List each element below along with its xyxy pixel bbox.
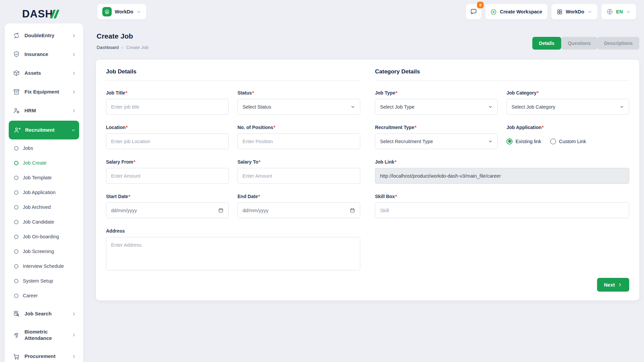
chevron-right-icon: [618, 282, 623, 287]
sidebar-subitem-system-setup[interactable]: System Setup: [8, 274, 80, 288]
sidebar-item-biometric-attendance[interactable]: Biometric Attendance: [8, 323, 80, 347]
salary-from-input[interactable]: [106, 168, 229, 184]
job-application-field-group: Job Application* Existing link Custom Li…: [506, 125, 629, 149]
category-details-section-title: Category Details: [375, 68, 629, 81]
status-field-group: Status* Select Status: [237, 90, 360, 115]
chevron-down-icon: [488, 139, 493, 144]
sidebar-subitem-job-template[interactable]: Job Template: [8, 170, 80, 185]
sidebar-item-assets[interactable]: Assets: [8, 64, 80, 82]
document-search-icon: [13, 310, 20, 317]
sidebar-subitem-job-application[interactable]: Job Application: [8, 185, 80, 200]
sidebar: DoubleEntry Insurance Assets Fix Equipme…: [5, 23, 83, 362]
address-textarea[interactable]: [106, 237, 360, 270]
bullet-circle-icon: [14, 264, 18, 268]
required-marker: *: [415, 125, 416, 130]
address-field-group: Address: [106, 228, 360, 272]
calendar-icon[interactable]: [350, 207, 355, 213]
step-tabs: Details Questions Descriptions: [532, 37, 639, 50]
sidebar-subitem-job-screening[interactable]: Job Screening: [8, 244, 80, 259]
next-button[interactable]: Next: [597, 278, 629, 292]
sidebar-item-label: Biometric Attendance: [24, 329, 67, 342]
sidebar-subitem-job-candidate[interactable]: Job Candidate: [8, 215, 80, 229]
workspace-switcher-label: WorkDo: [115, 9, 133, 14]
required-marker: *: [128, 194, 130, 199]
account-menu-button[interactable]: WorkDo: [551, 4, 597, 19]
job-category-select[interactable]: Select Job Category: [506, 99, 629, 115]
job-type-field-group: Job Type* Select Job Type: [375, 90, 498, 115]
required-marker: *: [133, 159, 135, 165]
chevron-right-icon: [71, 333, 76, 338]
custom-link-radio[interactable]: Custom Link: [550, 138, 586, 144]
chevron-right-icon: [71, 89, 76, 95]
job-link-input[interactable]: [375, 168, 629, 184]
required-marker: *: [274, 125, 275, 130]
sidebar-item-hrm[interactable]: HRM: [8, 101, 80, 120]
skill-input[interactable]: [375, 202, 629, 218]
create-job-form-card: Job Details Job Title* Status* Select St…: [96, 60, 639, 300]
positions-input[interactable]: [237, 133, 360, 149]
sidebar-subitem-interview-schedule[interactable]: Interview Schedule: [8, 259, 80, 274]
skill-field-group: Skill Box*: [375, 194, 629, 218]
job-application-label: Job Application*: [506, 125, 629, 130]
required-marker: *: [258, 194, 260, 199]
sidebar-item-label: DoubleEntry: [24, 33, 54, 39]
sidebar-subitem-label: Job Template: [23, 175, 52, 180]
sidebar-item-recruitment[interactable]: Recruitment: [9, 121, 79, 139]
sidebar-item-insurance[interactable]: Insurance: [8, 45, 80, 64]
recruitment-submenu: Jobs Job Create Job Template Job Applica…: [8, 140, 80, 304]
sidebar-subitem-career[interactable]: Career: [8, 288, 80, 303]
sidebar-subitem-label: Job Screening: [23, 249, 54, 254]
sidebar-subitem-jobs[interactable]: Jobs: [8, 141, 80, 156]
tab-questions[interactable]: Questions: [561, 37, 597, 50]
sidebar-subitem-label: System Setup: [23, 278, 53, 284]
start-date-input[interactable]: dd/mm/yyyy: [106, 202, 229, 218]
sidebar-subitem-job-archived[interactable]: Job Archived: [8, 200, 80, 215]
globe-icon: [606, 8, 613, 15]
breadcrumb-current: Create Job: [126, 45, 149, 50]
create-workspace-button[interactable]: Create Workspace: [485, 4, 547, 19]
language-selector[interactable]: EN: [601, 4, 636, 19]
job-type-select[interactable]: Select Job Type: [375, 99, 498, 115]
breadcrumb-dashboard-link[interactable]: Dashboard: [97, 45, 119, 50]
bullet-circle-icon: [14, 220, 18, 224]
sidebar-item-label: Job Search: [24, 311, 52, 317]
chevron-down-icon: [626, 9, 631, 14]
language-label: EN: [616, 9, 623, 14]
bullet-circle-icon: [14, 249, 18, 254]
brand-logo[interactable]: DASH: [22, 8, 58, 20]
chevron-down-icon: [351, 105, 355, 109]
end-date-input[interactable]: dd/mm/yyyy: [237, 202, 360, 218]
job-application-radio-group: Existing link Custom Link: [506, 133, 629, 149]
sidebar-item-label: Insurance: [24, 51, 48, 58]
salary-to-input[interactable]: [237, 168, 360, 184]
job-title-label: Job Title*: [106, 90, 229, 96]
grid-icon: [556, 9, 563, 15]
bullet-circle-icon: [14, 161, 18, 165]
chevron-down-icon: [620, 105, 624, 109]
salary-to-label: Salary To*: [237, 159, 360, 165]
sidebar-item-fix-equipment[interactable]: Fix Equipment: [8, 82, 80, 101]
job-title-input[interactable]: [106, 99, 229, 115]
chevron-down-icon: [136, 9, 141, 14]
location-input[interactable]: [106, 133, 229, 149]
existing-link-radio[interactable]: Existing link: [506, 138, 541, 144]
workspace-switcher[interactable]: WorkDo: [97, 4, 146, 19]
sidebar-subitem-job-create[interactable]: Job Create: [8, 156, 80, 170]
job-details-section: Job Details Job Title* Status* Select St…: [106, 68, 360, 282]
sidebar-item-job-search[interactable]: Job Search: [8, 304, 80, 323]
salary-from-label: Salary From*: [106, 159, 229, 165]
required-marker: *: [126, 125, 127, 130]
calendar-icon[interactable]: [218, 207, 224, 213]
tab-descriptions[interactable]: Descriptions: [597, 37, 639, 50]
status-select[interactable]: Select Status: [237, 99, 360, 115]
sidebar-item-doubleentry[interactable]: DoubleEntry: [8, 26, 80, 45]
messages-button[interactable]: 0: [466, 4, 481, 19]
sidebar-subitem-label: Job On-boarding: [23, 234, 59, 239]
sidebar-subitem-job-onboarding[interactable]: Job On-boarding: [8, 229, 80, 244]
chevron-right-icon: [71, 354, 76, 359]
positions-field-group: No. of Positions*: [237, 125, 360, 149]
tab-details[interactable]: Details: [532, 37, 561, 50]
recruitment-type-select[interactable]: Select Recruitment Type: [375, 133, 498, 149]
required-marker: *: [395, 90, 397, 96]
sidebar-item-procurement[interactable]: Procurement: [8, 347, 80, 362]
